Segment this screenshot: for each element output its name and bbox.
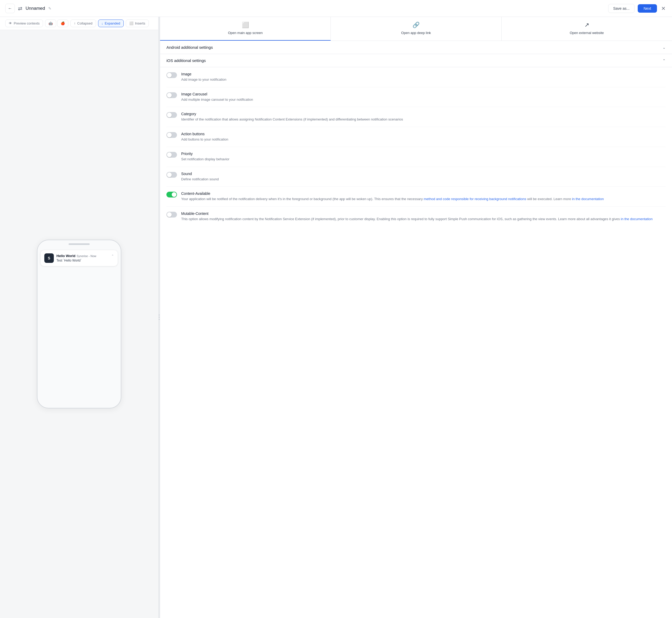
mutable-content-desc-prefix: This option allows modifying notificatio… [181,217,621,221]
android-icon: 🤖 [49,21,53,25]
content-available-desc-prefix: Your application will be notified of the… [181,197,424,201]
setting-row-content-available: Content-Available Your application will … [167,187,666,207]
action-card-external-website[interactable]: ↗ Open external website [502,17,672,40]
notification-title: Hello World [57,254,76,258]
sound-toggle[interactable] [167,172,177,178]
action-buttons-desc: Add buttons to your notification [181,137,666,142]
next-button[interactable]: Next [638,4,657,13]
left-panel: 👁 Preview contexts 🤖 🍎 ↑ Collapsed ↓ Exp… [0,17,158,618]
setting-row-action-buttons: Action buttons Add buttons to your notif… [167,127,666,147]
content-available-toggle[interactable] [167,192,177,198]
content-available-desc: Your application will be notified of the… [181,196,666,202]
priority-toggle[interactable] [167,152,177,158]
topbar: ← ⇄ Unnamed ✎ Save as... Next ✕ [0,0,672,17]
phone-notch [69,243,90,245]
content-available-label: Content-Available [181,191,666,196]
main-app-screen-label: Open main app screen [228,30,263,35]
external-website-label: Open external website [570,30,604,35]
apple-icon: 🍎 [61,21,65,25]
notification-content: Hello World Synerise - Now ⌃ Test `Hello… [57,253,114,262]
main-app-screen-icon: ⬜ [242,22,249,28]
image-desc: Add image to your notification [181,77,666,82]
inserts-icon: ⬜ [129,21,133,25]
image-carousel-toggle[interactable] [167,92,177,98]
platform-icons: 🤖 🍎 [45,19,68,27]
image-setting-text: Image Add image to your notification [181,72,666,82]
toolbar: 👁 Preview contexts 🤖 🍎 ↑ Collapsed ↓ Exp… [0,17,158,30]
notification-body: Test `Hello World` [57,259,114,262]
sound-setting-text: Sound Define notification sound [181,172,666,182]
setting-row-priority: Priority Set notification display behavi… [167,147,666,167]
setting-row-sound: Sound Define notification sound [167,167,666,187]
edit-icon[interactable]: ✎ [48,6,52,11]
expanded-label: Expanded [105,21,120,25]
topbar-left: ← ⇄ Unnamed ✎ [5,4,52,13]
collapsed-label: Collapsed [77,21,93,25]
back-button[interactable]: ← [5,4,15,13]
image-carousel-setting-text: Image Carousel Add multiple image carous… [181,92,666,102]
action-card-deep-link[interactable]: 🔗 Open app deep link [331,17,501,40]
collapsed-button[interactable]: ↑ Collapsed [71,19,96,27]
notification-chevron-icon: ⌃ [111,254,114,258]
action-cards-row: ⬜ Open main app screen 🔗 Open app deep l… [160,17,672,41]
notification-app-name: Synerise - Now [77,254,96,258]
action-buttons-label: Action buttons [181,132,666,136]
external-website-icon: ↗ [584,22,589,28]
priority-label: Priority [181,151,666,156]
main-layout: 👁 Preview contexts 🤖 🍎 ↑ Collapsed ↓ Exp… [0,17,672,618]
action-buttons-setting-text: Action buttons Add buttons to your notif… [181,132,666,142]
setting-row-image-carousel: Image Carousel Add multiple image carous… [167,87,666,107]
ios-section-chevron-icon: ⌃ [663,59,666,63]
action-card-main-app[interactable]: ⬜ Open main app screen [160,17,331,40]
action-buttons-toggle[interactable] [167,132,177,138]
image-carousel-label: Image Carousel [181,92,666,96]
mutable-content-link1[interactable]: in the documentation [621,217,653,221]
close-button[interactable]: ✕ [660,4,667,13]
eye-icon: 👁 [9,21,12,25]
setting-row-image: Image Add image to your notification [167,67,666,87]
right-panel: ⬜ Open main app screen 🔗 Open app deep l… [160,17,672,618]
save-as-button[interactable]: Save as... [608,4,635,13]
expanded-arrow-icon: ↓ [102,21,103,25]
notification-header: Hello World Synerise - Now ⌃ [57,253,114,258]
content-available-link2[interactable]: in the documentation [572,197,604,201]
content-available-desc-middle: will be executed. Learn more [527,197,572,201]
category-desc: Identifier of the notification that allo… [181,117,666,122]
content-available-setting-text: Content-Available Your application will … [181,191,666,202]
ios-settings-content: Image Add image to your notification Ima… [160,67,672,226]
back-icon: ← [8,6,12,11]
ios-settings-section[interactable]: iOS additional settings ⌃ [160,54,672,67]
apple-icon-button[interactable]: 🍎 [57,19,68,27]
android-icon-button[interactable]: 🤖 [45,19,56,27]
deep-link-label: Open app deep link [401,30,431,35]
flow-icon: ⇄ [18,5,22,12]
image-toggle[interactable] [167,72,177,78]
category-setting-text: Category Identifier of the notification … [181,112,666,122]
category-toggle[interactable] [167,112,177,118]
inserts-label: Inserts [135,21,145,25]
mutable-content-setting-text: Mutable-Content This option allows modif… [181,211,666,222]
setting-row-category: Category Identifier of the notification … [167,107,666,127]
sound-desc: Define notification sound [181,177,666,182]
mutable-content-toggle[interactable] [167,212,177,217]
image-label: Image [181,72,666,76]
notification-preview-card: S Hello World Synerise - Now ⌃ Test `Hel… [40,250,118,266]
inserts-button[interactable]: ⬜ Inserts [126,19,149,27]
priority-desc: Set notification display behavior [181,157,666,162]
mutable-content-desc: This option allows modifying notificatio… [181,216,666,222]
collapsed-arrow-icon: ↑ [74,21,76,25]
preview-contexts-button[interactable]: 👁 Preview contexts [5,19,43,27]
page-title: Unnamed [25,6,45,11]
priority-setting-text: Priority Set notification display behavi… [181,151,666,162]
image-carousel-desc: Add multiple image carousel to your noti… [181,97,666,102]
expanded-button[interactable]: ↓ Expanded [98,19,124,27]
android-section-title: Android additional settings [167,45,213,49]
android-section-chevron-icon: ⌄ [663,45,666,49]
topbar-right: Save as... Next ✕ [608,4,667,13]
mutable-content-label: Mutable-Content [181,211,666,216]
phone-frame: S Hello World Synerise - Now ⌃ Test `Hel… [37,240,121,408]
android-settings-section[interactable]: Android additional settings ⌄ [160,41,672,54]
sound-label: Sound [181,172,666,176]
deep-link-icon: 🔗 [412,22,419,28]
content-available-link1[interactable]: method and code responsible for receivin… [424,197,526,201]
